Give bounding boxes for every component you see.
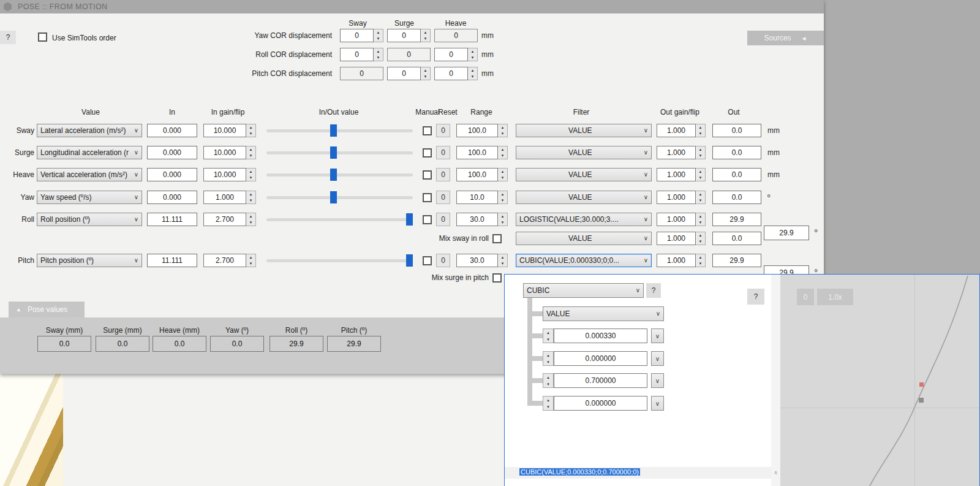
slider-thumb[interactable] [330, 169, 337, 181]
spinner-up-icon[interactable]: ▲ [543, 374, 553, 381]
spinner-up-icon[interactable]: ▲ [696, 124, 705, 131]
spinner-down-icon[interactable]: ▼ [498, 197, 507, 203]
cor-roll-sway-spinner[interactable]: 0▲▼ [340, 48, 383, 61]
value-source-dropdown[interactable]: Lateral acceleration (m/s²)∨ [37, 124, 142, 137]
spinner-down-icon[interactable]: ▼ [696, 153, 705, 159]
slider-thumb[interactable] [330, 146, 337, 159]
mix-filter-dropdown[interactable]: VALUE∨ [516, 232, 652, 245]
reset-button[interactable]: 0 [436, 146, 450, 159]
filter-dropdown[interactable]: LOGISTIC(VALUE;30.000;3....∨ [516, 213, 652, 226]
cor-pitch-heave-spinner[interactable]: 0▲▼ [434, 67, 478, 80]
graph-reset-button[interactable]: 0 [797, 289, 814, 305]
value-source-dropdown[interactable]: Roll position (º)∨ [37, 213, 142, 226]
spinner-up-icon[interactable]: ▲ [246, 254, 255, 260]
spinner-down-icon[interactable]: ▼ [543, 359, 553, 365]
spinner-down-icon[interactable]: ▼ [696, 238, 705, 245]
cor-yaw-sway-spinner[interactable]: 0▲▼ [340, 29, 383, 42]
manual-checkbox[interactable] [423, 170, 432, 180]
spinner-down-icon[interactable]: ▼ [543, 336, 553, 343]
titlebar[interactable]: POSE :: FROM MOTION [0, 0, 824, 13]
in-gain-spinner[interactable]: 2.700▲▼ [203, 213, 256, 226]
spinner-down-icon[interactable]: ▼ [696, 197, 705, 203]
range-spinner[interactable]: 30.0▲▼ [456, 254, 508, 267]
inout-slider[interactable] [266, 213, 413, 226]
filter-dropdown-focused[interactable]: CUBIC(VALUE;0.000330;0;0...∨ [516, 254, 652, 267]
graph-zoom-button[interactable]: 1.0x [817, 289, 853, 305]
range-spinner[interactable]: 100.0▲▼ [456, 146, 508, 159]
spinner-down-icon[interactable]: ▼ [696, 175, 705, 181]
slider-thumb[interactable] [406, 213, 413, 226]
out-gain-spinner[interactable]: 1.000▲▼ [657, 213, 706, 226]
filter-dropdown[interactable]: VALUE∨ [516, 146, 652, 159]
spinner-down-icon[interactable]: ▼ [374, 55, 383, 61]
param-value-field[interactable]: 0.000000 [554, 396, 647, 411]
param-type-dropdown[interactable]: ∨ [651, 396, 664, 411]
spinner-up-icon[interactable]: ▲ [498, 124, 507, 131]
manual-checkbox[interactable] [423, 256, 432, 265]
param-value-field[interactable]: 0.000330 [554, 328, 647, 343]
in-gain-spinner[interactable]: 10.000▲▼ [203, 124, 256, 137]
spinner-down-icon[interactable]: ▼ [498, 260, 507, 267]
inout-slider[interactable] [266, 124, 413, 137]
spinner-down-icon[interactable]: ▼ [498, 153, 507, 159]
spinner-down-icon[interactable]: ▼ [696, 131, 705, 137]
param-value-field[interactable]: 0.700000 [554, 373, 647, 388]
spinner-down-icon[interactable]: ▼ [498, 219, 507, 226]
spinner-up-icon[interactable]: ▲ [543, 352, 553, 359]
out-gain-spinner[interactable]: 1.000▲▼ [657, 191, 706, 204]
spinner-up-icon[interactable]: ▲ [421, 29, 430, 36]
spinner-up-icon[interactable]: ▲ [498, 213, 507, 219]
spinner-down-icon[interactable]: ▼ [498, 131, 507, 137]
param-type-dropdown[interactable]: ∨ [651, 373, 664, 388]
spinner-down-icon[interactable]: ▼ [374, 36, 383, 42]
in-gain-spinner[interactable]: 10.000▲▼ [203, 168, 256, 181]
range-spinner[interactable]: 100.0▲▼ [456, 124, 508, 137]
out-gain-spinner[interactable]: 1.000▲▼ [657, 146, 706, 159]
value-source-dropdown[interactable]: Pitch position (º)∨ [37, 254, 142, 267]
spinner-down-icon[interactable]: ▼ [246, 219, 255, 226]
in-gain-spinner[interactable]: 2.700▲▼ [203, 254, 256, 267]
manual-checkbox[interactable] [423, 148, 432, 158]
spinner-down-icon[interactable]: ▼ [696, 260, 705, 267]
inout-slider[interactable] [266, 146, 413, 159]
value-source-dropdown[interactable]: Yaw speed (º/s)∨ [37, 191, 142, 204]
reset-button[interactable]: 0 [436, 213, 450, 226]
spinner-down-icon[interactable]: ▼ [246, 260, 255, 267]
spinner-up-icon[interactable]: ▲ [696, 213, 705, 219]
spinner-down-icon[interactable]: ▼ [246, 197, 255, 203]
spinner-up-icon[interactable]: ▲ [246, 169, 255, 175]
mix-out-gain-spinner[interactable]: 1.000▲▼ [657, 232, 706, 245]
spinner-up-icon[interactable]: ▲ [696, 232, 705, 238]
spinner-down-icon[interactable]: ▼ [543, 403, 553, 410]
value-source-dropdown[interactable]: Longitudinal acceleration (r∨ [37, 146, 142, 159]
value-source-dropdown[interactable]: Vertical acceleration (m/s²)∨ [37, 168, 142, 181]
spinner-down-icon[interactable]: ▼ [498, 175, 507, 181]
filter-help-button[interactable]: ? [646, 283, 661, 298]
filter-dropdown[interactable]: VALUE∨ [516, 124, 652, 137]
spinner-down-icon[interactable]: ▼ [696, 219, 705, 226]
in-gain-spinner[interactable]: 10.000▲▼ [203, 146, 256, 159]
pose-values-tab[interactable]: ▲ Pose values [9, 302, 85, 317]
param-spinner[interactable]: ▲▼ [543, 328, 554, 343]
spinner-up-icon[interactable]: ▲ [468, 48, 477, 55]
spinner-down-icon[interactable]: ▼ [468, 55, 477, 61]
filter-type-dropdown[interactable]: CUBIC∨ [523, 283, 644, 298]
range-spinner[interactable]: 30.0▲▼ [456, 213, 508, 226]
inout-slider[interactable] [266, 168, 413, 181]
editor-help-button[interactable]: ? [747, 289, 764, 305]
out-gain-spinner[interactable]: 1.000▲▼ [657, 254, 706, 267]
filter-dropdown[interactable]: VALUE∨ [516, 191, 652, 204]
spinner-up-icon[interactable]: ▲ [246, 146, 255, 153]
mix-surge-checkbox[interactable] [492, 273, 502, 283]
slider-thumb[interactable] [330, 191, 337, 203]
scrollbar[interactable]: ∧ [771, 275, 780, 486]
filter-dropdown[interactable]: VALUE∨ [516, 168, 652, 181]
spinner-up-icon[interactable]: ▲ [696, 191, 705, 197]
spinner-up-icon[interactable]: ▲ [498, 254, 507, 260]
slider-thumb[interactable] [406, 254, 413, 267]
slider-thumb[interactable] [330, 124, 337, 137]
spinner-up-icon[interactable]: ▲ [374, 29, 383, 36]
param-type-dropdown[interactable]: ∨ [651, 328, 664, 343]
cor-pitch-surge-spinner[interactable]: 0▲▼ [387, 67, 431, 80]
spinner-up-icon[interactable]: ▲ [543, 329, 553, 336]
